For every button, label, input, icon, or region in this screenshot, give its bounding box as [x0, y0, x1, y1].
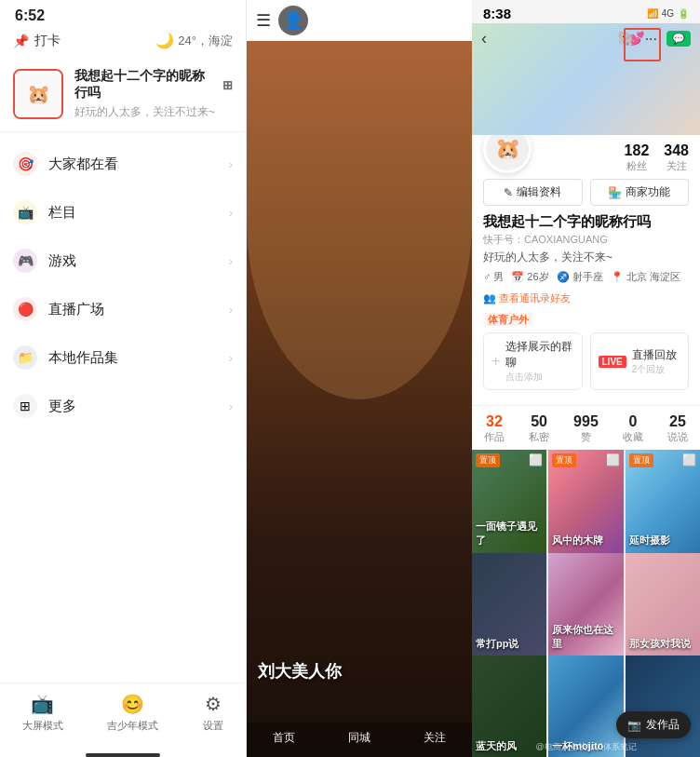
plus-icon: + — [491, 353, 500, 370]
weather-info: 🌙 24°，海淀 — [155, 32, 233, 49]
bottom-nav-teen[interactable]: 😊 吉少年模式 — [107, 693, 158, 733]
bigscreen-icon: 📺 — [31, 693, 54, 715]
video-thumb-8[interactable]: 一杯mojito ▷ 284 — [548, 656, 623, 757]
thumb-title-2: 风中的木牌 — [552, 534, 619, 547]
user-name: 我想起十二个字的昵称行吗 — [74, 68, 217, 101]
nav-item-popular[interactable]: 🎯 大家都在看 › — [0, 140, 246, 188]
bottom-nav-bigscreen[interactable]: 📺 大屏模式 — [22, 693, 63, 733]
video-thumb-5[interactable]: 原来你也在这里 ▷ 68 — [548, 553, 623, 669]
shop-function-button[interactable]: 🏪 商家功能 — [590, 179, 690, 206]
right-panel-wrapper: 🐹 182 粉丝 348 关注 ✎ 编辑资料 — [472, 135, 700, 757]
user-avatar-box: 🐹 — [13, 69, 63, 119]
nav-label-more: 更多 — [48, 398, 218, 415]
tag-gender: ♂ 男 — [483, 270, 504, 284]
profile-tags: ♂ 男 📅 26岁 ♐ 射手座 📍 北京 海淀区 👥 查看通讯录好友 — [483, 270, 689, 305]
edit-label: 编辑资料 — [517, 184, 561, 200]
nav-item-game[interactable]: 🎮 游戏 › — [0, 237, 246, 285]
profile-section: 🐹 182 粉丝 348 关注 ✎ 编辑资料 — [472, 135, 700, 405]
stat-posts[interactable]: 25 说说 — [667, 413, 688, 444]
nav-item-local[interactable]: 📁 本地作品集 › — [0, 333, 246, 382]
user-subtitle: 好玩的人太多，关注不过来~ — [74, 104, 233, 120]
video-thumb-9[interactable] — [626, 656, 700, 757]
punchcard[interactable]: 📌 打卡 — [13, 33, 61, 49]
thumb-badge-1: 置顶 — [476, 453, 500, 467]
live-replay-box[interactable]: LIVE 直播回放 2个回放 — [590, 332, 690, 390]
vid-bar-home[interactable]: 首页 — [273, 730, 295, 746]
thumb-save-3: ⬜ — [682, 453, 696, 466]
user-profile-section[interactable]: 🐹 我想起十二个字的昵称行吗 ⊞ 好玩的人太多，关注不过来~ — [0, 57, 246, 132]
edit-profile-button[interactable]: ✎ 编辑资料 — [483, 179, 583, 206]
video-thumb-4[interactable]: 常打pp说 ▷ 68 — [472, 553, 546, 669]
nav-arrow-popular: › — [229, 157, 233, 171]
vid-bar-nearby[interactable]: 同城 — [348, 730, 370, 746]
user-info-text: 我想起十二个字的昵称行吗 ⊞ 好玩的人太多，关注不过来~ — [74, 68, 233, 120]
teen-label: 吉少年模式 — [107, 719, 158, 733]
profile-top-row: 🐹 182 粉丝 348 关注 — [483, 135, 689, 173]
network-type: 4G — [662, 8, 674, 19]
punchcard-label: 打卡 — [34, 33, 61, 49]
red-box-overlay — [624, 28, 661, 61]
thumb-badge-3: 置顶 — [629, 453, 653, 467]
nav-arrow-channel: › — [229, 206, 233, 220]
thumb-title-4: 常打pp说 — [476, 637, 543, 651]
nav-label-live: 直播广场 — [48, 301, 218, 318]
back-icon[interactable]: ‹ — [481, 29, 487, 48]
publish-fab[interactable]: 📷 发作品 — [616, 711, 691, 738]
video-thumb-7[interactable]: 蓝天的风 ▷ 284 — [472, 656, 546, 757]
edit-icon: ✎ — [504, 186, 513, 199]
chat-live-row: + 选择展示的群聊 点击添加 LIVE 直播回放 2个回放 — [483, 332, 689, 390]
stat-likes[interactable]: 995 赞 — [573, 413, 599, 444]
video-thumb-2[interactable]: 置顶 ⬜ 风中的木牌 ▷ 1610 — [548, 450, 623, 566]
vid-bar-follow-label: 关注 — [424, 730, 446, 746]
video-overlay-text: 刘大美人你 — [258, 660, 342, 683]
left-time: 6:52 — [15, 7, 45, 23]
nav-item-live[interactable]: 🔴 直播广场 › — [0, 285, 246, 333]
nav-icon-live: 🔴 — [13, 297, 37, 321]
thumb-title-3: 延时摄影 — [629, 534, 696, 547]
nav-arrow-more: › — [229, 399, 233, 413]
chat-add-text: 选择展示的群聊 点击添加 — [505, 339, 573, 384]
stat-works[interactable]: 32 作品 — [484, 413, 505, 444]
collect-label: 收藏 — [623, 430, 643, 444]
hamburger-icon[interactable]: ☰ — [256, 10, 271, 31]
thumb-save-2: ⬜ — [606, 453, 620, 466]
likes-num: 995 — [573, 413, 599, 430]
user-share-icon: ⊞ — [222, 78, 233, 92]
right-status-icons: 📶 4G 🔋 — [647, 8, 689, 19]
live-replay-text: 直播回放 2个回放 — [632, 347, 677, 376]
wechat-button[interactable]: 💬 — [666, 31, 691, 47]
live-replay-main: 直播回放 — [632, 347, 677, 363]
nav-arrow-local: › — [229, 351, 233, 365]
right-header-nav: ‹ 🐘 ··· 💬 — [472, 29, 700, 48]
nav-item-more[interactable]: ⊞ 更多 › — [0, 382, 246, 430]
stat-collect[interactable]: 0 收藏 — [623, 413, 643, 444]
thumb-title-5: 原来你也在这里 — [552, 623, 619, 651]
thumb-title-7: 蓝天的风 — [476, 739, 543, 753]
video-thumb-1[interactable]: 置顶 ⬜ 一面镜子遇见了 ▷ 160 — [472, 450, 546, 566]
thumb-bg-6 — [626, 553, 700, 669]
thumb-save-1: ⬜ — [529, 453, 543, 466]
tag-contacts[interactable]: 👥 查看通讯录好友 — [483, 291, 571, 305]
collect-num: 0 — [628, 413, 637, 430]
fans-num: 182 — [625, 142, 650, 159]
chat-add-box[interactable]: + 选择展示的群聊 点击添加 — [483, 332, 583, 390]
middle-panel: ☰ 👤 刘大美人你 首页 同城 关注 — [247, 0, 472, 757]
works-label: 作品 — [484, 430, 505, 444]
wechat-icon: 💬 — [672, 33, 685, 45]
video-thumb-3[interactable]: 置顶 ⬜ 延时摄影 ▷ 668 — [626, 450, 700, 566]
bottom-nav-settings[interactable]: ⚙ 设置 — [203, 693, 223, 733]
video-thumb-6[interactable]: 那女孩对我说 ▷ 482 — [626, 553, 700, 669]
thumb-title-1: 一面镜子遇见了 — [476, 520, 543, 547]
profile-id: 快手号：CAOXIANGUANG — [483, 233, 689, 247]
likes-label: 赞 — [581, 430, 591, 444]
nav-label-channel: 栏目 — [48, 204, 218, 222]
thumb-title-8: 一杯mojito — [552, 739, 619, 753]
nav-icon-popular: 🎯 — [13, 152, 37, 176]
vid-bar-follow[interactable]: 关注 — [424, 730, 446, 746]
home-indicator-left — [86, 753, 160, 757]
nav-item-channel[interactable]: 📺 栏目 › — [0, 188, 246, 237]
mid-avatar-small[interactable]: 👤 — [278, 6, 308, 35]
right-header-bg: ‹ 🐘 ··· 💬 💕 — [472, 23, 700, 135]
right-time: 8:38 — [483, 6, 511, 21]
stat-private[interactable]: 50 私密 — [529, 413, 549, 444]
